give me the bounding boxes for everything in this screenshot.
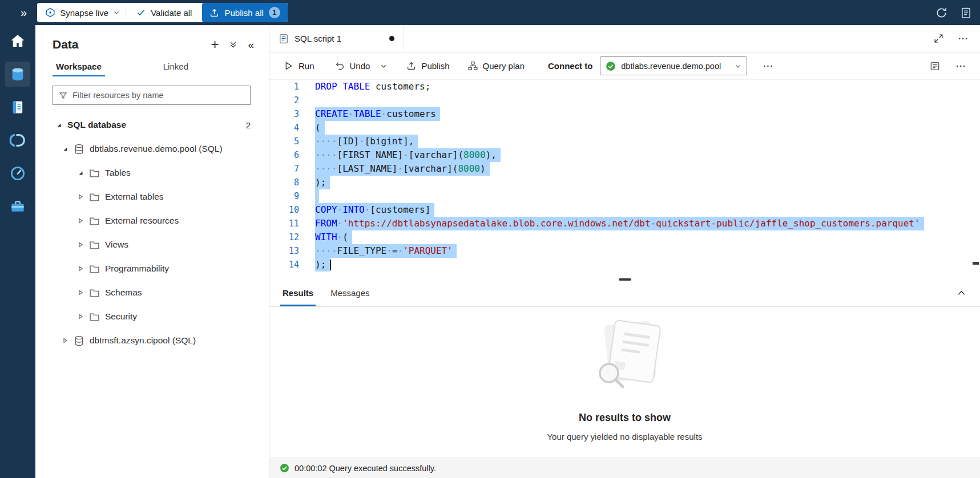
tree-item-external-resources[interactable]: External resources xyxy=(35,209,269,233)
connect-pool-dropdown[interactable]: dbtlabs.revenue.demo.pool xyxy=(600,56,747,75)
line-number[interactable]: 13 xyxy=(269,244,314,258)
publish-button[interactable]: Publish xyxy=(400,56,455,76)
code-line[interactable]: 5····[ID]·[bigint], xyxy=(269,135,980,148)
chevron-collapsed-icon[interactable] xyxy=(76,313,84,320)
tree-item-label: SQL database xyxy=(67,120,126,130)
chevron-collapsed-icon[interactable] xyxy=(76,241,84,248)
line-number[interactable]: 14 xyxy=(269,258,314,272)
tree-item-tables[interactable]: Tables xyxy=(35,161,269,185)
tree-item-views[interactable]: Views xyxy=(35,233,269,257)
tree-item-external-tables[interactable]: External tables xyxy=(35,185,269,209)
code-line[interactable]: 4( xyxy=(269,121,980,135)
line-number[interactable]: 12 xyxy=(269,230,314,244)
chevron-collapsed-icon[interactable] xyxy=(76,289,84,296)
monitor-icon[interactable] xyxy=(5,161,30,186)
home-icon[interactable] xyxy=(5,29,30,54)
tree-item-label: Views xyxy=(105,240,128,250)
editor-tab-more-button[interactable]: ··· xyxy=(958,34,969,43)
sql-script-icon xyxy=(279,34,289,44)
workspace-mode-group: Synapse live Validate all Publish all 1 xyxy=(37,3,288,22)
undo-button[interactable]: Undo xyxy=(329,56,377,76)
expand-sidebar-button[interactable]: » xyxy=(0,7,27,18)
manage-icon[interactable] xyxy=(5,194,30,219)
chevron-collapsed-icon[interactable] xyxy=(61,337,69,344)
properties-icon[interactable] xyxy=(930,61,940,71)
tree-item-programmability[interactable]: Programmability xyxy=(35,257,269,281)
chevron-collapsed-icon[interactable] xyxy=(76,217,84,224)
folder-icon xyxy=(89,287,100,298)
line-number[interactable]: 10 xyxy=(269,203,314,217)
tree-item-security[interactable]: Security xyxy=(35,305,269,329)
chevron-expanded-icon[interactable] xyxy=(55,121,63,128)
develop-icon[interactable] xyxy=(5,95,30,120)
run-button[interactable]: Run xyxy=(277,56,321,76)
query-plan-icon xyxy=(468,61,478,71)
code-text: ····FILE_TYPE·=·'PARQUET' xyxy=(315,244,457,258)
undo-dropdown-caret[interactable] xyxy=(376,56,391,76)
tab-messages-label: Messages xyxy=(330,288,369,298)
folder-icon xyxy=(89,168,100,179)
database-icon xyxy=(74,144,84,155)
toolbar-overflow-button[interactable]: ··· xyxy=(956,62,966,70)
line-number[interactable]: 7 xyxy=(269,162,314,176)
chevron-collapsed-icon[interactable] xyxy=(76,193,84,200)
tab-workspace[interactable]: Workspace xyxy=(53,58,105,76)
tab-results[interactable]: Results xyxy=(274,279,322,306)
chevron-expanded-icon[interactable] xyxy=(61,145,69,152)
add-resource-button[interactable]: + xyxy=(211,38,219,51)
code-line[interactable]: 12WITH·( xyxy=(269,230,980,244)
collapse-results-button[interactable] xyxy=(957,288,980,298)
code-line[interactable]: 3CREATE·TABLE·customers xyxy=(269,107,980,121)
code-line[interactable]: 9 xyxy=(269,189,980,203)
tab-messages[interactable]: Messages xyxy=(322,279,378,306)
tree-item-sql-database[interactable]: SQL database2 xyxy=(35,113,269,137)
chevron-collapsed-icon[interactable] xyxy=(76,265,84,272)
line-number[interactable]: 5 xyxy=(269,135,314,148)
double-chevron-down-icon[interactable] xyxy=(229,40,237,49)
line-number[interactable]: 6 xyxy=(269,148,314,162)
code-line[interactable]: 7····[LAST_NAME]·[varchar](8000) xyxy=(269,162,980,176)
query-plan-button[interactable]: Query plan xyxy=(462,56,531,76)
tab-linked[interactable]: Linked xyxy=(160,58,192,76)
code-line[interactable]: 2 xyxy=(269,94,980,107)
refresh-icon[interactable] xyxy=(935,7,947,19)
code-line[interactable]: 10COPY·INTO·[customers] xyxy=(269,203,980,217)
toolbar-more-button[interactable]: ··· xyxy=(763,62,773,70)
tab-sql-script-1[interactable]: SQL script 1 xyxy=(269,25,404,52)
chevron-expanded-icon[interactable] xyxy=(76,169,84,176)
validate-all-button[interactable]: Validate all xyxy=(126,3,202,22)
code-line[interactable]: 14); xyxy=(269,258,980,272)
tree-item-dbtlabs-revenue-demo-pool-sql[interactable]: dbtlabs.revenue.demo.pool (SQL) xyxy=(35,137,269,161)
publish-all-button[interactable]: Publish all 1 xyxy=(202,3,287,22)
code-text xyxy=(315,189,319,203)
line-number[interactable]: 8 xyxy=(269,176,314,189)
mode-label: Synapse live xyxy=(60,8,108,18)
clipboard-icon[interactable] xyxy=(960,7,972,19)
tree-item-dbtmsft-azsyn-cipool-sql[interactable]: dbtmsft.azsyn.cipool (SQL) xyxy=(35,329,269,353)
code-line[interactable]: 1DROP TABLE customers; xyxy=(269,80,980,94)
line-number[interactable]: 4 xyxy=(269,121,314,135)
status-message: 00:00:02 Query executed successfully. xyxy=(295,464,436,473)
collapse-panel-button[interactable]: « xyxy=(248,39,254,50)
synapse-live-dropdown[interactable]: Synapse live xyxy=(43,3,126,22)
chevron-down-icon xyxy=(735,63,741,70)
code-line[interactable]: 13····FILE_TYPE·=·'PARQUET' xyxy=(269,244,980,258)
expand-editor-button[interactable] xyxy=(934,34,943,43)
line-number[interactable]: 11 xyxy=(269,217,314,230)
publish-upload-icon xyxy=(209,8,219,18)
code-line[interactable]: 6····[FIRST_NAME]·[varchar](8000), xyxy=(269,148,980,162)
code-line[interactable]: 8); xyxy=(269,176,980,189)
filter-input[interactable] xyxy=(72,91,244,100)
line-number[interactable]: 9 xyxy=(269,189,314,203)
line-number[interactable]: 3 xyxy=(269,107,314,121)
connected-check-icon xyxy=(606,61,616,71)
line-number[interactable]: 1 xyxy=(269,80,314,94)
line-number[interactable]: 2 xyxy=(269,94,314,107)
tree-item-schemas[interactable]: Schemas xyxy=(35,281,269,305)
data-icon[interactable] xyxy=(5,62,30,87)
integrate-icon[interactable] xyxy=(5,128,30,153)
code-editor[interactable]: 1DROP TABLE customers;23CREATE·TABLE·cus… xyxy=(269,80,980,279)
data-panel-tabs: Workspace Linked xyxy=(35,58,269,76)
code-line[interactable]: 11FROM·'https://dbtlabsynapsedatalake.bl… xyxy=(269,217,980,230)
panel-resize-handle[interactable] xyxy=(619,278,631,281)
